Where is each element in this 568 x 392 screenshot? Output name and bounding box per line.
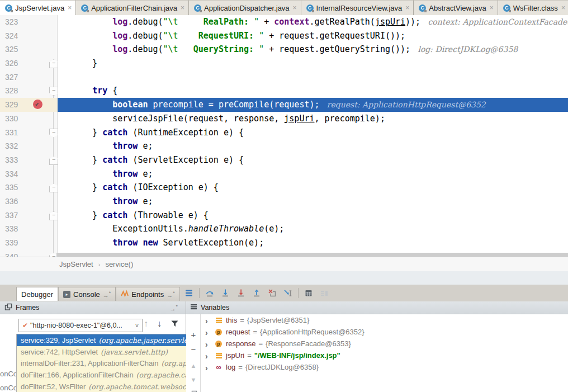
line-number: 336 [5, 195, 18, 209]
remove-watch-button[interactable]: − [187, 344, 200, 354]
code-text: log.debug("\t QueryString: " + request.g… [58, 42, 568, 56]
variable-row-this[interactable]: ›this={JspServlet@6351} [201, 314, 568, 326]
stack-frame-row[interactable]: service:742, HttpServlet(javax.servlet.h… [17, 346, 186, 358]
close-icon[interactable]: × [181, 4, 184, 11]
code-line-324[interactable]: 324 log.debug("\t RequestURI: " + reques… [0, 29, 568, 43]
stack-frame-row[interactable]: doFilter:52, WsFilter(org.apache.tomcat.… [17, 381, 186, 392]
code-line-329[interactable]: 329 boolean precompile = preCompile(requ… [0, 98, 568, 112]
stack-frame-row[interactable]: internalDoFilter:231, ApplicationFilterC… [17, 358, 186, 370]
force-step-into-icon[interactable] [236, 289, 245, 297]
close-icon[interactable]: × [561, 4, 565, 11]
stack-frame-row[interactable]: service:329, JspServlet(org.apache.jaspe… [17, 334, 186, 346]
add-watch-button[interactable]: + [187, 330, 200, 339]
code-line-330[interactable]: 330 serviceJspFile(request, response, js… [0, 112, 568, 126]
code-line-327[interactable]: 327 [0, 70, 568, 84]
close-icon[interactable]: × [68, 4, 72, 11]
toolwindow-tab-console[interactable]: ▸Console→* [58, 287, 116, 301]
drop-frame-icon[interactable] [268, 289, 277, 297]
close-icon[interactable]: × [490, 4, 494, 11]
frames-jump-to-source[interactable]: →* [169, 304, 178, 312]
expand-chevron-icon[interactable]: › [205, 362, 214, 372]
horizontal-scrollbar[interactable] [56, 253, 568, 257]
variables-panel-title: Variables [201, 304, 229, 311]
evaluate-expression-icon[interactable] [304, 289, 313, 297]
code-line-333[interactable]: 333− } catch (ServletException e) { [0, 153, 568, 167]
code-line-334[interactable]: 334 throw e; [0, 167, 568, 181]
previous-frame-button[interactable]: ↑ [144, 319, 148, 329]
breakpoint-icon[interactable] [33, 100, 42, 109]
editor-tab-applicationfilterchain-java[interactable]: CApplicationFilterChain.java× [76, 0, 189, 15]
tab-label: WsFilter.class [513, 4, 558, 12]
toolwindow-tab-endpoints[interactable]: Endpoints→* [116, 287, 179, 301]
gutter-line-337: 337− [0, 209, 58, 223]
gutter-line-338: 338 [0, 222, 58, 236]
splitter-strip[interactable] [0, 271, 568, 285]
step-over-icon[interactable] [205, 289, 214, 297]
code-line-335[interactable]: 335− } catch (IOException e) { [0, 181, 568, 195]
breadcrumb-item[interactable]: service() [105, 260, 133, 268]
code-text: serviceJspFile(request, response, jspUri… [58, 112, 568, 126]
variable-row-request[interactable]: ›prequest={ApplicationHttpRequest@6352} [201, 326, 568, 338]
restore-layout-icon[interactable] [320, 289, 329, 297]
close-icon[interactable]: × [405, 4, 409, 11]
equals-sign: = [240, 316, 244, 324]
editor-tab-internalresourceview-java[interactable]: CInternalResourceView.java× [301, 0, 414, 15]
equals-sign: = [258, 339, 263, 348]
code-line-323[interactable]: 323 log.debug("\t RealPath: " + context.… [0, 15, 568, 29]
line-number: 339 [5, 236, 18, 250]
run-to-cursor-icon[interactable] [283, 289, 292, 297]
fold-marker-icon[interactable]: − [49, 156, 58, 165]
toolwindow-tab-debugger[interactable]: Debugger [16, 287, 58, 301]
move-watch-down-button[interactable]: ▼ [187, 376, 200, 383]
code-editor[interactable]: 323 log.debug("\t RealPath: " + context.… [0, 15, 568, 257]
expand-chevron-icon[interactable]: › [205, 315, 214, 325]
thread-selector[interactable]: ✔ "http-nio-8080-exec-1"@6,0... ˅ [18, 319, 143, 332]
code-line-328[interactable]: 328− try { [0, 84, 568, 98]
close-icon[interactable]: × [293, 4, 297, 11]
frames-icon [4, 303, 12, 313]
editor-tab-applicationdispatcher-java[interactable]: CApplicationDispatcher.java× [189, 0, 301, 15]
code-line-331[interactable]: 331− } catch (RuntimeException e) { [0, 126, 568, 140]
variable-row-response[interactable]: ›presponse={ResponseFacade@6353} [201, 338, 568, 350]
code-text: throw e; [58, 139, 568, 153]
expand-chevron-icon[interactable]: › [205, 327, 214, 337]
code-line-337[interactable]: 337− } catch (Throwable e) { [0, 209, 568, 223]
fold-marker-icon[interactable]: − [49, 129, 58, 138]
variables-tree: ›this={JspServlet@6351}›prequest={Applic… [201, 314, 568, 392]
variable-row-log[interactable]: ›∞log={DirectJDKLog@6358} [201, 361, 568, 373]
toolbar-separator [298, 288, 299, 298]
tab-label: AbstractView.java [429, 4, 486, 12]
editor-tab-abstractview-java[interactable]: CAbstractView.java× [414, 0, 498, 15]
chevron-down-icon[interactable]: ˅ [132, 322, 142, 329]
breadcrumb[interactable]: JspServlet›service() [0, 257, 568, 271]
code-line-338[interactable]: 338 ExceptionUtils.handleThrowable(e); [0, 222, 568, 236]
code-line-332[interactable]: 332 throw e; [0, 139, 568, 153]
gutter-line-339: 339 [0, 236, 58, 250]
fold-marker-icon[interactable]: − [49, 183, 58, 192]
variable-name: response [226, 339, 255, 348]
frame-package: (org.apache.jasper.servlet) [98, 336, 186, 344]
hide-frames-filter-icon[interactable] [171, 320, 179, 330]
move-watch-up-button[interactable]: ▲ [187, 362, 200, 369]
code-line-326[interactable]: 326− } [0, 56, 568, 70]
next-frame-button[interactable]: ↓ [157, 319, 162, 329]
fold-marker-icon[interactable]: − [49, 59, 58, 68]
breadcrumb-item[interactable]: JspServlet [59, 260, 93, 268]
fold-marker-icon[interactable]: − [49, 211, 58, 220]
step-into-icon[interactable] [221, 289, 230, 297]
expand-chevron-icon[interactable]: › [205, 339, 214, 349]
code-line-325[interactable]: 325 log.debug("\t QueryString: " + reque… [0, 42, 568, 56]
expand-chevron-icon[interactable]: › [205, 351, 214, 361]
step-out-icon[interactable] [252, 289, 261, 297]
gutter-line-333: 333− [0, 153, 58, 167]
variable-row-jspUri[interactable]: ›jspUri="/WEB-INF/jsp/index.jsp" [201, 350, 568, 361]
fold-marker-icon[interactable]: − [49, 87, 58, 96]
java-class-icon: C [81, 4, 88, 12]
editor-tab-jspservlet-java[interactable]: CJspServlet.java× [0, 0, 76, 15]
code-line-339[interactable]: 339 throw new ServletException(e); [0, 236, 568, 250]
stack-frame-row[interactable]: doFilter:166, ApplicationFilterChain(org… [17, 369, 186, 381]
editor-tab-wsfilter-class[interactable]: CWsFilter.class× [498, 0, 568, 15]
threads-view-icon[interactable] [184, 289, 193, 297]
line-number: 331 [5, 126, 18, 140]
code-line-336[interactable]: 336 throw e; [0, 195, 568, 209]
